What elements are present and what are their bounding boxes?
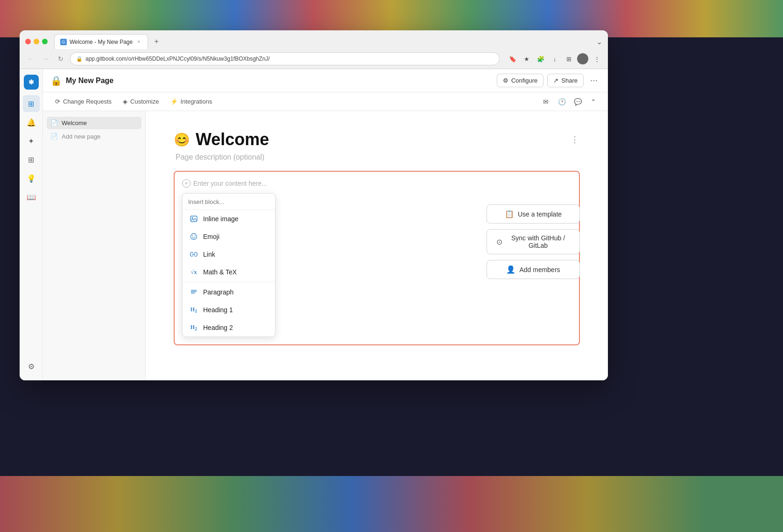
tab-title: Welcome - My New Page — [70, 39, 133, 45]
profile-icon[interactable] — [577, 53, 588, 64]
configure-button[interactable]: ⚙ Configure — [497, 74, 543, 87]
browser-action-buttons: 🔖 ★ 🧩 ↓ ⊞ ⋮ — [507, 53, 602, 64]
close-window-button[interactable] — [25, 39, 31, 44]
paragraph-label: Paragraph — [203, 288, 233, 296]
forward-button[interactable]: → — [40, 53, 51, 64]
back-button[interactable]: ← — [25, 53, 36, 64]
emoji-label: Emoji — [203, 233, 219, 240]
collapse-icon-button[interactable]: ⌃ — [586, 95, 600, 109]
enter-content-text: Enter your content here... — [193, 180, 267, 187]
more-browser-button[interactable]: ⋮ — [591, 53, 602, 64]
sidebar-settings-button[interactable]: ⚙ — [23, 358, 40, 375]
paragraph-icon — [189, 287, 198, 297]
background-bottom — [0, 476, 783, 532]
enter-content-button[interactable]: + Enter your content here... — [182, 179, 571, 188]
bulb-icon: 💡 — [27, 174, 36, 183]
editor-more-button[interactable]: ⋮ — [571, 135, 580, 144]
pages-sidebar: 📄 Welcome 📄 Add new page — [43, 111, 146, 380]
page-header-emoji: 🔒 — [50, 75, 62, 86]
bookmark-icon[interactable]: 🔖 — [507, 53, 518, 64]
customize-button[interactable]: ◈ Customize — [118, 95, 163, 108]
link-label: Link — [203, 251, 215, 258]
customize-label: Customize — [130, 98, 159, 105]
editor-area: 😊 Welcome ⋮ Page description (optional) … — [146, 111, 608, 380]
heading1-label: Heading 1 — [203, 306, 233, 314]
change-requests-icon: ⟳ — [55, 98, 60, 105]
tab-close-button[interactable]: × — [135, 39, 142, 45]
add-page-label: Add new page — [62, 133, 100, 140]
welcome-page-item[interactable]: 📄 Welcome — [47, 117, 141, 129]
active-tab[interactable]: G Welcome - My New Page × — [54, 34, 148, 49]
insert-block-search[interactable] — [183, 194, 275, 210]
page-header-title: My New Page — [66, 77, 493, 85]
math-tex-icon: √x — [189, 267, 198, 277]
star-icon[interactable]: ★ — [521, 53, 532, 64]
email-icon-button[interactable]: ✉ — [539, 95, 553, 109]
heading2-label: Heading 2 — [203, 324, 233, 331]
page-emoji-large: 😊 — [174, 132, 190, 147]
plus-icon: + — [182, 179, 190, 188]
maximize-window-button[interactable] — [42, 39, 48, 44]
icon-sidebar: ✱ ⊞ 🔔 ✦ ⊞ 💡 📖 ⚙ — [20, 69, 43, 380]
dropdown-item-math-tex[interactable]: √x Math & TeX — [183, 263, 275, 281]
minimize-window-button[interactable] — [34, 39, 39, 44]
members-icon: 👤 — [506, 265, 515, 274]
use-template-button[interactable]: 📋 Use a template — [487, 204, 580, 224]
svg-rect-0 — [190, 216, 197, 222]
configure-icon: ⚙ — [503, 77, 508, 84]
sidebar-docs-button[interactable]: 📖 — [23, 189, 40, 205]
page-heading: 😊 Welcome ⋮ — [174, 130, 580, 149]
dropdown-item-inline-image[interactable]: Inline image — [183, 210, 275, 228]
sidebar-insights-button[interactable]: 💡 — [23, 170, 40, 187]
traffic-lights — [25, 39, 48, 44]
add-page-icon: 📄 — [50, 133, 58, 140]
sync-github-label: Sync with GitHub / GitLab — [506, 234, 570, 249]
change-requests-button[interactable]: ⟳ Change Requests — [50, 95, 116, 108]
comment-icon-button[interactable]: 💬 — [571, 95, 585, 109]
header-more-button[interactable]: ⋯ — [587, 74, 600, 87]
header-actions: ⚙ Configure ↗ Share ⋯ — [497, 74, 600, 87]
sidebar-integrations-button[interactable]: ⊞ — [23, 151, 40, 168]
extensions-icon[interactable]: 🧩 — [535, 53, 546, 64]
insert-block-input[interactable] — [188, 198, 269, 205]
customize-icon: ◈ — [123, 98, 127, 105]
sidebar-search-button[interactable]: ✦ — [23, 133, 40, 149]
reload-button[interactable]: ↻ — [55, 53, 66, 64]
book-icon: 📖 — [27, 193, 36, 202]
page-description[interactable]: Page description (optional) — [174, 153, 580, 161]
new-tab-button[interactable]: + — [150, 35, 163, 48]
dropdown-item-paragraph[interactable]: Paragraph — [183, 283, 275, 301]
sidebar-notifications-button[interactable]: 🔔 — [23, 114, 40, 131]
download-icon[interactable]: ↓ — [549, 53, 560, 64]
heading1-icon: H1 — [189, 305, 198, 315]
link-icon — [189, 250, 198, 259]
toolbar-right-actions: ✉ 🕐 💬 ⌃ — [539, 95, 600, 109]
integrations-button[interactable]: ⚡ Integrations — [166, 95, 217, 108]
app-layout: ✱ ⊞ 🔔 ✦ ⊞ 💡 📖 ⚙ — [20, 69, 608, 380]
tab-bar: G Welcome - My New Page × + ⌄ — [20, 30, 608, 49]
inline-image-icon — [189, 214, 198, 224]
dropdown-item-emoji[interactable]: Emoji — [183, 228, 275, 245]
page-main-title: Welcome — [196, 130, 269, 149]
pages-icon: ⊞ — [28, 99, 34, 108]
sync-github-button[interactable]: ⊙ Sync with GitHub / GitLab — [487, 229, 580, 254]
browser-chrome: G Welcome - My New Page × + ⌄ ← → ↻ 🔒 ap… — [20, 30, 608, 69]
add-members-button[interactable]: 👤 Add members — [487, 260, 580, 279]
page-header: 🔒 My New Page ⚙ Configure ↗ Share ⋯ — [43, 69, 608, 92]
grid-icon[interactable]: ⊞ — [563, 53, 574, 64]
dropdown-item-heading2[interactable]: H2 Heading 2 — [183, 319, 275, 336]
history-icon-button[interactable]: 🕐 — [555, 95, 569, 109]
browser-maximize-icon: ⌄ — [596, 37, 602, 46]
search-icon: ✦ — [28, 137, 34, 146]
svg-point-4 — [195, 236, 196, 237]
add-new-page-button[interactable]: 📄 Add new page — [47, 130, 141, 143]
dropdown-item-heading1[interactable]: H1 Heading 1 — [183, 301, 275, 319]
use-template-label: Use a template — [518, 210, 562, 218]
share-button[interactable]: ↗ Share — [547, 74, 584, 87]
grid-icon: ⊞ — [28, 155, 34, 164]
url-bar[interactable]: 🔒 app.gitbook.com/o/rHbw65DDeLxPNJCcyl09… — [70, 52, 500, 65]
sidebar-pages-button[interactable]: ⊞ — [23, 95, 40, 112]
svg-point-1 — [192, 217, 193, 219]
dropdown-item-link[interactable]: Link — [183, 245, 275, 263]
integrations-icon: ⚡ — [170, 98, 178, 105]
